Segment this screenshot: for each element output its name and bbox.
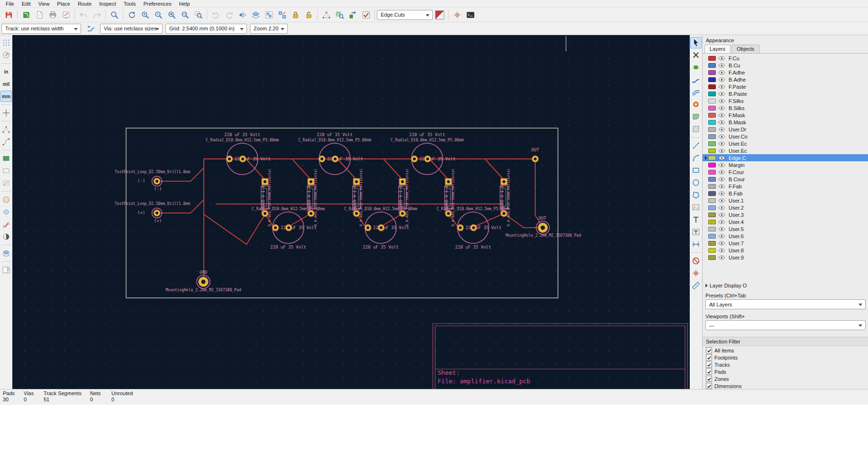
layer-visibility-toggle[interactable]: [718, 176, 726, 182]
layer-visibility-toggle[interactable]: [718, 233, 726, 239]
scripting-console-button[interactable]: [464, 9, 476, 21]
mirror-horizontal-button[interactable]: [236, 9, 248, 21]
layer-row-f-adhe[interactable]: F.Adhe: [703, 69, 868, 76]
layer-color-swatch[interactable]: [708, 134, 716, 139]
units-mm-button[interactable]: mm: [0, 91, 12, 102]
lock-button[interactable]: [289, 9, 302, 21]
select-tool[interactable]: [690, 37, 702, 48]
active-layer-combo[interactable]: Edge.Cuts: [377, 10, 433, 20]
layer-visibility-toggle[interactable]: [718, 226, 726, 231]
sketch-pads-toggle[interactable]: [0, 194, 12, 205]
layer-visibility-toggle[interactable]: [718, 205, 726, 210]
layer-color-swatch[interactable]: [708, 127, 716, 132]
layer-row-f-fab[interactable]: F.Fab: [703, 183, 868, 190]
checkbox[interactable]: [706, 361, 712, 368]
layer-row-user-3[interactable]: User.3: [703, 211, 868, 218]
add-rule-area-tool[interactable]: [690, 123, 702, 135]
layer-visibility-toggle[interactable]: [718, 77, 726, 82]
layer-row-user-8[interactable]: User.8: [703, 247, 868, 254]
undo-button[interactable]: [77, 9, 90, 21]
zone-fill-mode-button[interactable]: [0, 153, 12, 164]
layer-color-swatch[interactable]: [708, 156, 716, 160]
layer-row-user-4[interactable]: User.4: [703, 218, 868, 225]
layer-row-user-5[interactable]: User.5: [703, 225, 868, 232]
route-tracks-tool[interactable]: [690, 74, 702, 85]
full-crosshair-toggle[interactable]: [0, 107, 12, 119]
sketch-tracks-toggle[interactable]: [0, 219, 12, 230]
checkbox[interactable]: [706, 369, 712, 375]
filter-tracks[interactable]: Tracks: [706, 361, 868, 368]
layer-visibility-toggle[interactable]: [718, 98, 726, 103]
via-size-combo[interactable]: Via: use netclass sizes: [100, 24, 163, 34]
flip-view-toggle[interactable]: [0, 248, 12, 259]
menu-view[interactable]: View: [35, 1, 54, 7]
auto-track-width-toggle[interactable]: [84, 22, 97, 35]
zone-hide-mode-button[interactable]: [0, 177, 12, 189]
checkbox[interactable]: [706, 376, 712, 382]
layer-color-swatch[interactable]: [708, 248, 716, 253]
layer-row-f-paste[interactable]: F.Paste: [703, 83, 868, 90]
layer-display-options[interactable]: Layer Display O: [705, 283, 868, 288]
layer-color-swatch[interactable]: [708, 92, 716, 96]
measure-tool[interactable]: [690, 280, 702, 291]
draw-line-tool[interactable]: [690, 140, 702, 151]
checkbox[interactable]: [706, 354, 712, 361]
rotate-cw-button[interactable]: [223, 9, 235, 21]
footprint-checker-button[interactable]: [333, 9, 346, 21]
high-contrast-toggle[interactable]: [0, 231, 12, 242]
layer-visibility-toggle[interactable]: [718, 105, 726, 111]
layer-color-swatch[interactable]: [708, 56, 716, 61]
layer-visibility-toggle[interactable]: [718, 56, 726, 61]
layer-row-b-cour[interactable]: B.Cour: [703, 176, 868, 183]
layer-color-swatch[interactable]: [708, 220, 716, 224]
units-inches-button[interactable]: in: [0, 66, 12, 77]
viewports-combo[interactable]: ---: [705, 320, 866, 330]
layer-color-swatch[interactable]: [708, 177, 716, 182]
layer-row-b-mask[interactable]: B.Mask: [703, 119, 868, 126]
add-filled-zone-tool[interactable]: [690, 111, 702, 122]
layers-manager-toggle[interactable]: [0, 264, 12, 276]
footprints-layer[interactable]: 220 uF 35 Volt220 uF 35 VoltC_Radial_D10…: [115, 132, 581, 292]
unlock-button[interactable]: [302, 9, 315, 21]
find-button[interactable]: [108, 9, 120, 21]
checkbox[interactable]: [706, 347, 712, 353]
layer-row-b-fab[interactable]: B.Fab: [703, 190, 868, 197]
zoom-objects-button[interactable]: [179, 9, 191, 21]
filter-dimensions[interactable]: Dimensions: [706, 383, 868, 389]
layer-visibility-toggle[interactable]: [718, 219, 726, 224]
layer-visibility-toggle[interactable]: [718, 84, 726, 89]
add-via-tool[interactable]: [690, 99, 702, 110]
layer-row-user-7[interactable]: User.7: [703, 240, 868, 247]
ungroup-button[interactable]: [276, 9, 288, 21]
layer-color-swatch[interactable]: [708, 106, 716, 111]
layer-visibility-toggle[interactable]: [718, 248, 726, 253]
layer-color-swatch[interactable]: [708, 198, 716, 203]
layer-color-swatch[interactable]: [708, 84, 716, 89]
refresh-view-button[interactable]: [126, 9, 138, 21]
layer-row-b-paste[interactable]: B.Paste: [703, 90, 868, 97]
layer-color-swatch[interactable]: [708, 241, 716, 246]
show-ratsnest-button[interactable]: [320, 9, 332, 21]
layer-row-b-silks[interactable]: B.Silks: [703, 104, 868, 111]
menu-file[interactable]: File: [2, 1, 18, 7]
menu-help[interactable]: Help: [175, 1, 194, 7]
menu-route[interactable]: Route: [74, 1, 95, 7]
layer-row-margin[interactable]: Margin: [703, 161, 868, 168]
flip-board-view-button[interactable]: [249, 9, 262, 21]
layer-color-swatch[interactable]: [708, 113, 716, 118]
curved-ratsnest-toggle[interactable]: [0, 136, 12, 148]
layer-row-f-cu[interactable]: F.Cu: [703, 55, 868, 62]
add-textbox-tool[interactable]: [690, 226, 702, 238]
layer-color-swatch[interactable]: [708, 170, 716, 175]
layer-row-user-6[interactable]: User.6: [703, 232, 868, 240]
layer-color-swatch[interactable]: [708, 163, 716, 167]
zoom-in-button[interactable]: [139, 9, 151, 21]
presets-combo[interactable]: All Layers: [705, 299, 866, 309]
delete-tool[interactable]: [690, 255, 702, 267]
menu-edit[interactable]: Edit: [18, 1, 35, 7]
layer-color-swatch[interactable]: [708, 99, 716, 103]
layer-row-b-cu[interactable]: B.Cu: [703, 62, 868, 69]
track-width-combo[interactable]: Track: use netclass width: [1, 24, 81, 34]
layer-color-swatch[interactable]: [708, 184, 716, 189]
filter-all-items[interactable]: All items: [706, 347, 868, 353]
